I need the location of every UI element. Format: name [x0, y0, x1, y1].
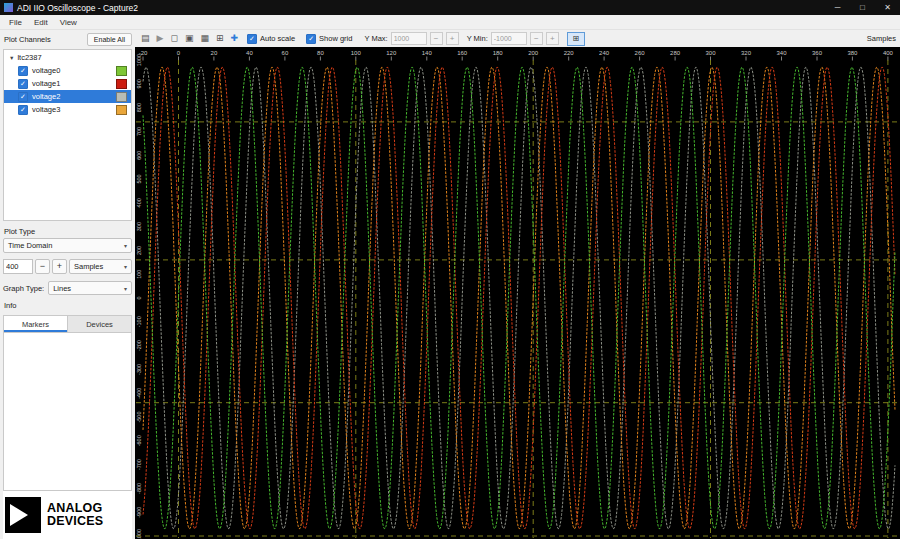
- waveform-trace-voltage0: [143, 67, 895, 528]
- minimize-button[interactable]: ─: [825, 0, 850, 15]
- x-tick-label: 380: [847, 50, 858, 56]
- x-tick-label: 80: [317, 50, 324, 56]
- channel-checkbox-voltage2[interactable]: ✓: [18, 92, 28, 102]
- chevron-down-icon: ▾: [124, 242, 127, 249]
- y-tick-label: -700: [136, 459, 142, 470]
- show-grid-label: Show grid: [319, 34, 352, 43]
- y-tick-label: 600: [136, 151, 142, 160]
- y-tick-label: -300: [136, 364, 142, 375]
- x-tick-label: 240: [599, 50, 610, 56]
- y-max-increment-button[interactable]: +: [446, 32, 459, 45]
- y-tick-label: 1000: [136, 54, 142, 66]
- x-tick-label: 280: [670, 50, 681, 56]
- markers-panel: [3, 333, 132, 491]
- sidebar: Plot Channels Enable All ▼ ltc2387 ✓volt…: [0, 30, 135, 539]
- auto-scale-checkbox[interactable]: ✓ Auto scale: [247, 34, 295, 44]
- x-tick-label: 200: [528, 50, 539, 56]
- maximize-button[interactable]: □: [850, 0, 875, 15]
- capture-list-icon[interactable]: ▤: [139, 34, 152, 43]
- sample-count-increment-button[interactable]: +: [52, 259, 67, 274]
- channel-row-voltage0[interactable]: ✓voltage0: [4, 64, 131, 77]
- channel-checkbox-voltage1[interactable]: ✓: [18, 79, 28, 89]
- x-tick-label: 100: [351, 50, 362, 56]
- y-max-decrement-button[interactable]: −: [430, 32, 443, 45]
- expander-icon[interactable]: ▼: [9, 55, 14, 61]
- enable-all-button[interactable]: Enable All: [87, 33, 132, 46]
- y-tick-label: -500: [136, 411, 142, 422]
- new-plot-icon: ⊞: [572, 34, 579, 43]
- y-tick-label: 200: [136, 246, 142, 255]
- device-label: ltc2387: [17, 53, 41, 62]
- x-tick-label: 220: [564, 50, 575, 56]
- plot-type-select[interactable]: Time Domain ▾: [3, 238, 132, 253]
- show-grid-checkbox-box[interactable]: ✓: [306, 34, 316, 44]
- channel-row-voltage3[interactable]: ✓voltage3: [4, 103, 131, 116]
- zoom-fit-icon[interactable]: ⊞: [214, 34, 226, 43]
- app-window: ADI IIO Oscilloscope - Capture2 ─ □ ✕ Fi…: [0, 0, 900, 539]
- channel-checkbox-voltage0[interactable]: ✓: [18, 66, 28, 76]
- menu-file[interactable]: File: [3, 17, 28, 28]
- x-tick-label: 0: [177, 50, 181, 56]
- snapshot-icon[interactable]: ◻: [168, 34, 179, 43]
- channel-color-swatch[interactable]: [116, 79, 127, 89]
- channel-row-voltage1[interactable]: ✓voltage1: [4, 77, 131, 90]
- window-title: ADI IIO Oscilloscope - Capture2: [17, 3, 138, 13]
- channel-list: ✓voltage0✓voltage1✓voltage2✓voltage3: [4, 64, 131, 116]
- info-label: Info: [4, 301, 132, 310]
- x-tick-label: 300: [705, 50, 716, 56]
- y-min-increment-button[interactable]: +: [546, 32, 559, 45]
- pan-icon[interactable]: ✚: [229, 34, 241, 43]
- device-row[interactable]: ▼ ltc2387: [4, 50, 131, 64]
- unit-select[interactable]: Samples ▾: [69, 259, 132, 274]
- channel-color-swatch[interactable]: [116, 66, 127, 76]
- channel-label: voltage2: [32, 92, 112, 101]
- channel-checkbox-voltage3[interactable]: ✓: [18, 105, 28, 115]
- y-tick-label: -200: [136, 340, 142, 351]
- x-tick-label: 160: [457, 50, 468, 56]
- tab-devices[interactable]: Devices: [68, 316, 131, 332]
- auto-scale-checkbox-box[interactable]: ✓: [247, 34, 257, 44]
- sample-count-decrement-button[interactable]: −: [35, 259, 50, 274]
- y-max-input[interactable]: [391, 32, 427, 45]
- show-grid-checkbox[interactable]: ✓ Show grid: [306, 34, 352, 44]
- x-tick-label: 60: [282, 50, 289, 56]
- window-icon[interactable]: ▣: [183, 34, 196, 43]
- y-tick-label: 800: [136, 103, 142, 112]
- y-tick-label: -100: [136, 316, 142, 327]
- menu-edit[interactable]: Edit: [28, 17, 54, 28]
- menu-bar: File Edit View: [0, 15, 900, 30]
- y-min-input[interactable]: [491, 32, 527, 45]
- x-tick-label: 260: [635, 50, 646, 56]
- new-plot-button[interactable]: ⊞: [567, 32, 585, 46]
- graph-type-row: Graph Type: Lines ▾: [3, 281, 132, 295]
- x-tick-label: 140: [422, 50, 433, 56]
- y-tick-label: -600: [136, 435, 142, 446]
- chevron-down-icon: ▾: [124, 263, 127, 270]
- graph-type-select[interactable]: Lines ▾: [48, 281, 132, 295]
- waveform-trace-voltage3: [143, 67, 895, 528]
- close-button[interactable]: ✕: [875, 0, 900, 15]
- y-tick-label: 0: [136, 296, 142, 299]
- analog-devices-logo: ANALOG DEVICES: [3, 491, 132, 539]
- sample-count-input[interactable]: [3, 259, 33, 274]
- x-tick-label: 360: [812, 50, 823, 56]
- auto-scale-label: Auto scale: [260, 34, 295, 43]
- window-controls: ─ □ ✕: [825, 0, 900, 15]
- channel-row-voltage2[interactable]: ✓voltage2: [4, 90, 131, 103]
- y-tick-label: 700: [136, 127, 142, 136]
- plot-area[interactable]: -200204060801001201401601802002202402602…: [135, 47, 900, 539]
- channel-color-swatch[interactable]: [116, 92, 127, 102]
- grid-view-icon[interactable]: ▦: [198, 34, 211, 43]
- samples-axis-label: Samples: [867, 34, 896, 43]
- play-icon[interactable]: ▶: [155, 34, 166, 43]
- y-min-decrement-button[interactable]: −: [530, 32, 543, 45]
- waveform-trace-voltage1: [143, 67, 895, 528]
- menu-view[interactable]: View: [54, 17, 83, 28]
- y-tick-label: -800: [136, 483, 142, 494]
- channel-color-swatch[interactable]: [116, 105, 127, 115]
- waveform-plot[interactable]: -200204060801001201401601802002202402602…: [135, 47, 900, 539]
- plot-toolbar: ▤ ▶ ◻ ▣ ▦ ⊞ ✚ ✓ Auto scale ✓ Show grid Y…: [135, 30, 900, 47]
- y-tick-label: 400: [136, 198, 142, 207]
- tab-markers[interactable]: Markers: [4, 316, 68, 332]
- y-tick-label: 500: [136, 174, 142, 183]
